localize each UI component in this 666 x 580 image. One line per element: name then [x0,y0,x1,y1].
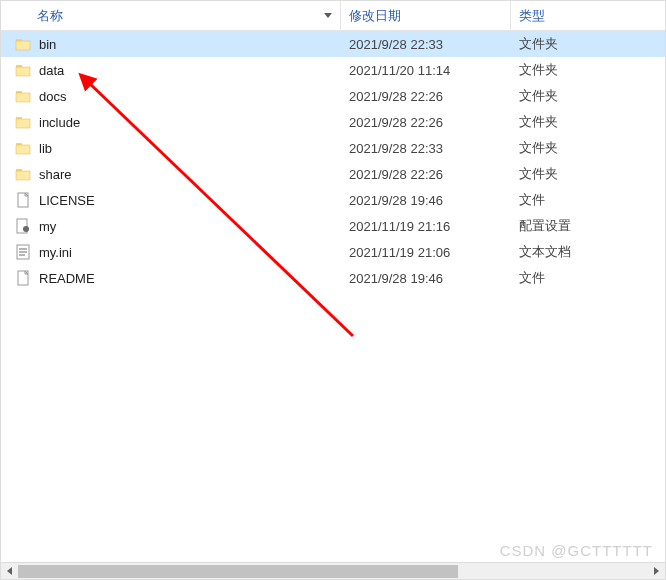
file-type: 文件夹 [519,61,558,79]
svg-point-15 [23,226,29,232]
file-date: 2021/11/19 21:06 [349,245,450,260]
watermark: CSDN @GCTTTTTT [500,542,653,559]
file-row[interactable]: LICENSE2021/9/28 19:46文件 [1,187,665,213]
svg-rect-3 [16,67,30,76]
horizontal-scrollbar[interactable] [1,562,665,579]
file-name: README [39,271,95,286]
file-name: share [39,167,72,182]
column-header-type[interactable]: 类型 [511,1,665,30]
file-type: 文件夹 [519,87,558,105]
file-date: 2021/11/20 11:14 [349,63,450,78]
file-row[interactable]: include2021/9/28 22:26文件夹 [1,109,665,135]
triangle-right-icon [654,567,659,575]
file-type: 文件夹 [519,139,558,157]
scroll-left-button[interactable] [1,563,18,580]
file-name: lib [39,141,52,156]
file-row[interactable]: lib2021/9/28 22:33文件夹 [1,135,665,161]
file-type: 文本文档 [519,243,571,261]
file-icon [15,192,31,208]
chevron-down-icon[interactable] [324,13,332,18]
file-type: 文件 [519,191,545,209]
file-name: bin [39,37,56,52]
file-date: 2021/9/28 19:46 [349,193,443,208]
file-row[interactable]: data2021/11/20 11:14文件夹 [1,57,665,83]
folder-icon [15,62,31,78]
file-row[interactable]: docs2021/9/28 22:26文件夹 [1,83,665,109]
file-list: bin2021/9/28 22:33文件夹data2021/11/20 11:1… [1,31,665,291]
column-header-date-label: 修改日期 [349,7,401,25]
folder-icon [15,36,31,52]
file-name: my [39,219,56,234]
svg-rect-7 [16,119,30,128]
file-name: LICENSE [39,193,95,208]
folder-icon [15,114,31,130]
folder-icon [15,166,31,182]
file-type: 文件夹 [519,35,558,53]
folder-icon [15,140,31,156]
scroll-right-button[interactable] [648,563,665,580]
file-name: my.ini [39,245,72,260]
file-name: data [39,63,64,78]
text-file-icon [15,244,31,260]
file-name: docs [39,89,66,104]
column-header-name-label: 名称 [37,7,63,25]
column-header-name[interactable]: 名称 [1,1,341,30]
file-type: 文件夹 [519,165,558,183]
column-header-date[interactable]: 修改日期 [341,1,511,30]
svg-rect-11 [16,171,30,180]
file-row[interactable]: my2021/11/19 21:16配置设置 [1,213,665,239]
file-date: 2021/9/28 22:26 [349,89,443,104]
column-header-type-label: 类型 [519,7,545,25]
scroll-thumb[interactable] [18,565,458,578]
file-row[interactable]: my.ini2021/11/19 21:06文本文档 [1,239,665,265]
file-name: include [39,115,80,130]
column-header-row: 名称 修改日期 类型 [1,1,665,31]
folder-icon [15,88,31,104]
file-row[interactable]: README2021/9/28 19:46文件 [1,265,665,291]
triangle-left-icon [7,567,12,575]
file-date: 2021/9/28 22:33 [349,141,443,156]
scroll-track[interactable] [18,563,648,579]
config-file-icon [15,218,31,234]
file-date: 2021/9/28 22:26 [349,115,443,130]
file-type: 文件 [519,269,545,287]
file-date: 2021/9/28 22:26 [349,167,443,182]
file-date: 2021/9/28 22:33 [349,37,443,52]
file-icon [15,270,31,286]
svg-rect-5 [16,93,30,102]
file-date: 2021/9/28 19:46 [349,271,443,286]
svg-rect-9 [16,145,30,154]
file-row[interactable]: share2021/9/28 22:26文件夹 [1,161,665,187]
file-type: 配置设置 [519,217,571,235]
svg-rect-1 [16,41,30,50]
file-date: 2021/11/19 21:16 [349,219,450,234]
file-row[interactable]: bin2021/9/28 22:33文件夹 [1,31,665,57]
file-type: 文件夹 [519,113,558,131]
